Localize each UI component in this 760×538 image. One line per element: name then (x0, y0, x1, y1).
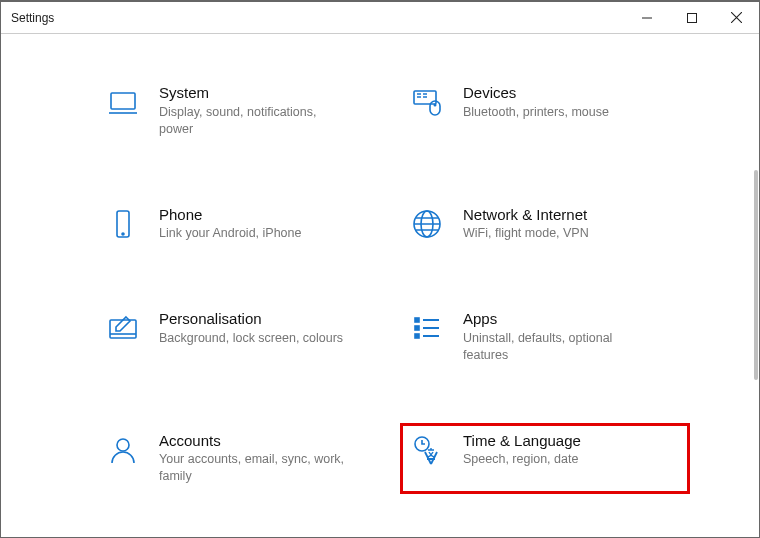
vertical-scrollbar[interactable] (754, 170, 758, 380)
window-controls (624, 2, 759, 33)
svg-rect-3 (430, 101, 440, 115)
svg-point-13 (117, 439, 129, 451)
item-desc: Your accounts, email, sync, work, family (159, 451, 349, 485)
svg-rect-12 (415, 334, 419, 338)
item-desc: Speech, region, date (463, 451, 581, 468)
item-desc: Bluetooth, printers, mouse (463, 104, 609, 121)
item-title: System (159, 84, 349, 103)
time-language-icon (409, 432, 445, 468)
item-desc: Uninstall, defaults, optional features (463, 330, 653, 364)
title-bar: Settings (1, 2, 759, 34)
phone-icon (105, 206, 141, 242)
item-desc: WiFi, flight mode, VPN (463, 225, 589, 242)
apps-icon (409, 310, 445, 346)
item-title: Devices (463, 84, 609, 103)
window-title: Settings (11, 11, 54, 25)
svg-rect-10 (415, 318, 419, 322)
settings-item-time-language[interactable]: Time & Language Speech, region, date (405, 428, 685, 490)
settings-item-phone[interactable]: Phone Link your Android, iPhone (101, 202, 381, 247)
svg-rect-11 (415, 326, 419, 330)
settings-item-network[interactable]: Network & Internet WiFi, flight mode, VP… (405, 202, 685, 247)
item-title: Network & Internet (463, 206, 589, 225)
svg-rect-0 (687, 13, 696, 22)
accounts-icon (105, 432, 141, 468)
minimize-button[interactable] (624, 2, 669, 33)
maximize-button[interactable] (669, 2, 714, 33)
item-desc: Link your Android, iPhone (159, 225, 301, 242)
devices-icon (409, 84, 445, 120)
item-title: Time & Language (463, 432, 581, 451)
settings-item-apps[interactable]: Apps Uninstall, defaults, optional featu… (405, 306, 685, 368)
settings-item-system[interactable]: System Display, sound, notifications, po… (101, 80, 381, 142)
svg-point-6 (122, 233, 124, 235)
settings-item-accounts[interactable]: Accounts Your accounts, email, sync, wor… (101, 428, 381, 490)
svg-rect-1 (111, 93, 135, 109)
svg-point-4 (434, 104, 435, 105)
network-icon (409, 206, 445, 242)
settings-grid: System Display, sound, notifications, po… (101, 80, 699, 538)
item-title: Personalisation (159, 310, 343, 329)
close-button[interactable] (714, 2, 759, 33)
accent-bar (669, 0, 697, 2)
item-title: Phone (159, 206, 301, 225)
item-title: Accounts (159, 432, 349, 451)
item-title: Apps (463, 310, 653, 329)
settings-content: System Display, sound, notifications, po… (1, 34, 759, 537)
settings-item-devices[interactable]: Devices Bluetooth, printers, mouse (405, 80, 685, 142)
item-desc: Background, lock screen, colours (159, 330, 343, 347)
system-icon (105, 84, 141, 120)
personalisation-icon (105, 310, 141, 346)
settings-item-personalisation[interactable]: Personalisation Background, lock screen,… (101, 306, 381, 368)
item-desc: Display, sound, notifications, power (159, 104, 349, 138)
